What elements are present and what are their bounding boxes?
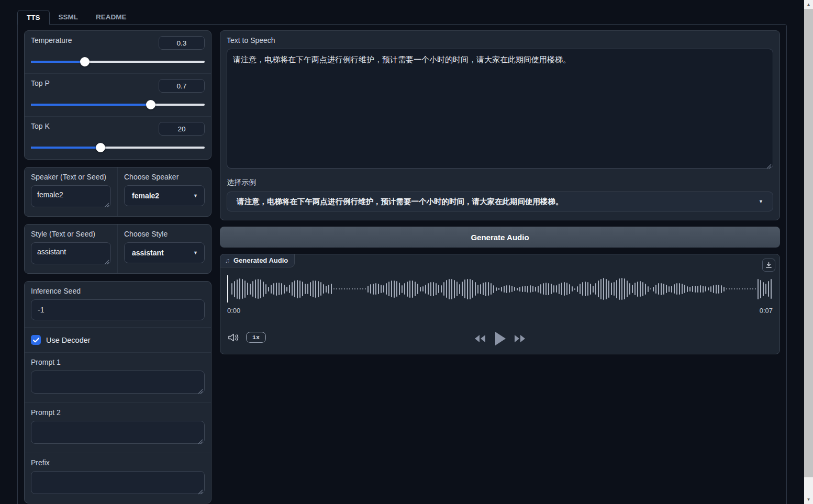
waveform-bar (509, 285, 510, 293)
top-p-row: Top P (25, 73, 211, 116)
prompt2-input[interactable] (31, 421, 205, 444)
play-button[interactable] (494, 331, 506, 346)
waveform-bar (669, 286, 670, 292)
inference-seed-label: Inference Seed (31, 287, 205, 295)
waveform-bar (674, 284, 675, 294)
prefix-input[interactable] (31, 471, 205, 494)
waveform-bar (637, 282, 638, 297)
scrollbar-thumb[interactable] (804, 9, 813, 477)
waveform-bar (742, 288, 743, 289)
generated-audio-panel: ♫ Generated Audio 0:00 0:07 (220, 254, 780, 354)
waveform-bar (506, 285, 507, 293)
waveform-bar (700, 285, 701, 293)
examples-label: 选择示例 (227, 178, 773, 187)
prompt1-input[interactable] (31, 371, 205, 394)
slider-fill (31, 147, 101, 149)
temperature-value-input[interactable] (159, 36, 205, 50)
tab-readme[interactable]: README (87, 10, 136, 24)
top-p-value-input[interactable] (159, 79, 205, 93)
waveform-bar (373, 284, 374, 295)
speaker-text-input[interactable]: female2 (31, 185, 111, 207)
waveform-bar (663, 284, 664, 295)
waveform-bar (522, 286, 523, 292)
waveform-bar (658, 283, 659, 295)
top-k-slider[interactable] (31, 143, 205, 152)
choose-style-dropdown[interactable]: assistant ▼ (124, 242, 205, 263)
waveform-bar (703, 286, 704, 293)
tab-bar: TTS SSML README (17, 9, 787, 24)
download-icon (765, 262, 772, 268)
waveform-bar (689, 287, 691, 292)
waveform-bar (354, 288, 355, 289)
vertical-scrollbar[interactable]: ▲ ▼ (804, 0, 813, 504)
style-text-cell: Style (Text or Seed) assistant (25, 225, 118, 273)
choose-speaker-value: female2 (132, 192, 159, 200)
waveform-bar (388, 282, 389, 296)
top-k-value-input[interactable] (159, 122, 205, 136)
top-p-slider[interactable] (31, 100, 205, 109)
waveform-bar (415, 282, 416, 296)
scrollbar-up-arrow[interactable]: ▲ (804, 0, 813, 9)
generate-audio-button[interactable]: Generate Audio (220, 227, 780, 248)
waveform-bar (446, 280, 447, 298)
top-k-slider-thumb[interactable] (96, 143, 105, 152)
waveform-bar (433, 282, 434, 296)
waveform-bar (752, 288, 753, 289)
waveform-bar (705, 286, 706, 292)
waveform-bar (378, 284, 379, 294)
waveform-bar (467, 279, 468, 299)
example-dropdown[interactable]: 请注意，电梯将在下午两点进行例行维护，预计需要一个小时的时间，请大家在此期间使用… (227, 192, 773, 211)
waveform-bar (723, 287, 725, 292)
waveform-bar (331, 284, 332, 294)
waveform-bar (648, 286, 649, 292)
waveform-bar (294, 281, 295, 297)
waveform-bar (493, 285, 494, 293)
playhead-cursor[interactable] (227, 275, 228, 303)
waveform-bar (744, 288, 745, 289)
waveform-bar (310, 282, 311, 296)
waveform-bar (313, 281, 314, 297)
waveform-bar (328, 285, 329, 294)
choose-speaker-cell: Choose Speaker female2 ▼ (118, 167, 211, 216)
example-dropdown-value: 请注意，电梯将在下午两点进行例行维护，预计需要一个小时的时间，请大家在此期间使用… (237, 197, 563, 207)
waveform-bar (237, 279, 238, 299)
temperature-slider[interactable] (31, 57, 205, 66)
waveform-bar (569, 284, 570, 294)
waveform-bar (519, 287, 520, 292)
top-p-slider-thumb[interactable] (146, 100, 155, 109)
waveform-bar (619, 278, 620, 300)
waveform-bar (682, 284, 683, 294)
tts-text-input[interactable]: 请注意，电梯将在下午两点进行例行维护，预计需要一个小时的时间，请大家在此期间使用… (227, 49, 773, 169)
waveform-bar (289, 285, 290, 293)
waveform-bar (252, 281, 253, 297)
speaker-text-label: Speaker (Text or Seed) (31, 173, 111, 181)
tab-ssml[interactable]: SSML (50, 10, 87, 24)
waveform-bar (244, 281, 246, 298)
waveform-bar (255, 279, 256, 298)
rewind-button[interactable] (474, 334, 486, 343)
use-decoder-checkbox[interactable] (31, 335, 41, 345)
waveform-area[interactable] (227, 274, 773, 304)
volume-button[interactable] (227, 332, 240, 343)
tab-tts[interactable]: TTS (17, 10, 50, 25)
waveform-bar (624, 278, 625, 299)
download-audio-button[interactable] (762, 259, 775, 272)
waveform-bar (412, 281, 413, 298)
scrollbar-down-arrow[interactable]: ▼ (804, 495, 813, 504)
waveform-bar (692, 286, 693, 292)
waveform-bar (333, 288, 335, 289)
fast-forward-button[interactable] (514, 334, 526, 343)
waveform-bar (687, 286, 688, 292)
waveform-bar (611, 283, 612, 295)
waveform-bar (598, 281, 599, 297)
inference-seed-input[interactable] (31, 299, 205, 320)
playback-speed-button[interactable]: 1x (246, 332, 266, 343)
temperature-slider-thumb[interactable] (80, 57, 90, 66)
style-text-input[interactable]: assistant (31, 242, 111, 264)
waveform-bar (765, 284, 766, 294)
choose-speaker-dropdown[interactable]: female2 ▼ (124, 185, 205, 206)
prompt1-label: Prompt 1 (31, 358, 205, 366)
waveform-bar (475, 282, 476, 296)
prefix-row: Prefix (25, 453, 211, 503)
top-k-row: Top K (25, 116, 211, 159)
